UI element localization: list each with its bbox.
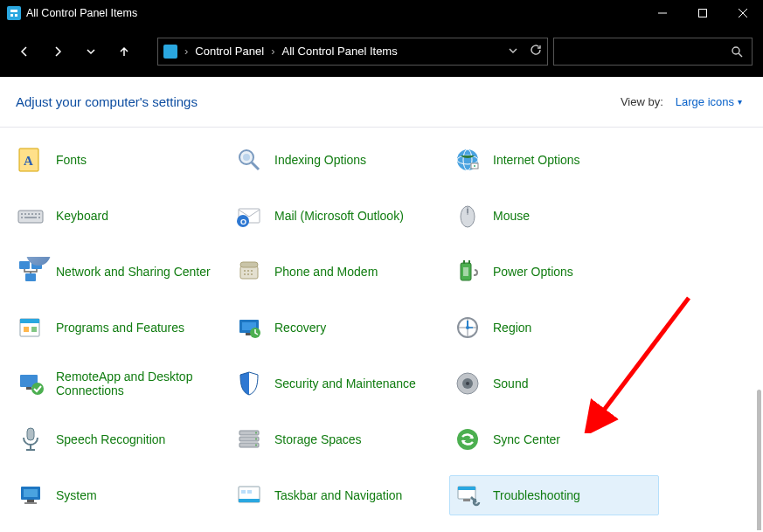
svg-rect-27 bbox=[21, 217, 23, 218]
svg-point-77 bbox=[255, 445, 257, 446]
control-panel-item-taskbar-and-navigation[interactable]: Taskbar and Navigation bbox=[231, 475, 440, 515]
svg-rect-86 bbox=[247, 490, 252, 494]
sound-icon bbox=[453, 369, 482, 398]
svg-rect-81 bbox=[27, 500, 34, 502]
back-button[interactable] bbox=[10, 38, 38, 66]
control-panel-item-indexing-options[interactable]: Indexing Options bbox=[231, 140, 440, 180]
svg-rect-25 bbox=[35, 213, 37, 215]
control-panel-icon bbox=[7, 6, 21, 20]
title-bar: All Control Panel Items bbox=[0, 0, 763, 26]
breadcrumb-all-items[interactable]: All Control Panel Items bbox=[281, 45, 397, 58]
svg-rect-40 bbox=[240, 262, 258, 267]
svg-point-42 bbox=[247, 270, 249, 272]
breadcrumb-separator: › bbox=[184, 45, 188, 58]
item-label: Keyboard bbox=[56, 209, 108, 223]
control-panel-item-storage-spaces[interactable]: Storage Spaces bbox=[231, 419, 440, 459]
svg-point-41 bbox=[244, 270, 246, 272]
item-label: RemoteApp and Desktop Connections bbox=[56, 370, 213, 397]
item-label: Network and Sharing Center bbox=[56, 265, 211, 279]
svg-rect-28 bbox=[24, 217, 37, 218]
indexing-icon bbox=[234, 145, 264, 175]
scrollbar-thumb[interactable] bbox=[757, 390, 761, 530]
svg-rect-89 bbox=[463, 499, 470, 501]
refresh-button[interactable] bbox=[530, 44, 542, 59]
svg-rect-54 bbox=[31, 327, 37, 332]
control-panel-item-security-and-maintenance[interactable]: Security and Maintenance bbox=[231, 363, 440, 404]
svg-rect-64 bbox=[26, 387, 31, 390]
control-panel-item-region[interactable]: Region bbox=[449, 307, 659, 348]
svg-rect-23 bbox=[28, 213, 30, 215]
recent-dropdown-button[interactable] bbox=[77, 38, 105, 66]
search-icon bbox=[731, 45, 743, 58]
view-by-label: View by: bbox=[621, 95, 663, 108]
control-panel-item-speech-recognition[interactable]: Speech Recognition bbox=[12, 419, 222, 459]
item-label: Fonts bbox=[56, 153, 87, 167]
view-by-select[interactable]: Large icons bbox=[670, 93, 747, 110]
recovery-icon bbox=[234, 313, 264, 342]
svg-point-14 bbox=[243, 154, 250, 161]
svg-line-9 bbox=[739, 53, 742, 57]
svg-rect-84 bbox=[239, 499, 260, 502]
phone-icon bbox=[234, 257, 264, 287]
breadcrumb-separator: › bbox=[271, 45, 274, 58]
svg-rect-69 bbox=[27, 428, 34, 440]
svg-point-43 bbox=[251, 270, 253, 272]
control-panel-item-programs-and-features[interactable]: Programs and Features bbox=[12, 307, 222, 348]
window-title: All Control Panel Items bbox=[26, 7, 137, 19]
control-panel-item-mail-microsoft-outlook[interactable]: O Mail (Microsoft Outlook) bbox=[231, 196, 440, 236]
system-icon bbox=[16, 480, 45, 510]
svg-point-19 bbox=[474, 165, 475, 167]
svg-rect-21 bbox=[21, 213, 23, 215]
fonts-icon: A bbox=[16, 145, 45, 175]
svg-text:O: O bbox=[240, 218, 246, 226]
control-panel-item-sync-center[interactable]: Sync Center bbox=[449, 419, 659, 459]
control-panel-item-fonts[interactable]: A Fonts bbox=[12, 140, 222, 180]
address-dropdown-button[interactable] bbox=[509, 45, 517, 58]
up-button[interactable] bbox=[110, 38, 138, 66]
control-panel-item-remoteapp-and-desktop-connections[interactable]: RemoteApp and Desktop Connections bbox=[12, 363, 222, 404]
troubleshooting-icon bbox=[453, 480, 482, 510]
navigation-bar: › Control Panel › All Control Panel Item… bbox=[0, 26, 763, 77]
svg-rect-29 bbox=[38, 217, 40, 218]
control-panel-item-power-options[interactable]: Power Options bbox=[449, 252, 659, 292]
item-label: Storage Spaces bbox=[274, 432, 362, 446]
breadcrumb-control-panel[interactable]: Control Panel bbox=[195, 45, 264, 58]
control-panel-item-keyboard[interactable]: Keyboard bbox=[12, 196, 222, 236]
forward-button[interactable] bbox=[44, 38, 72, 66]
control-panel-item-internet-options[interactable]: Internet Options bbox=[449, 140, 659, 180]
address-bar[interactable]: › Control Panel › All Control Panel Item… bbox=[157, 38, 548, 66]
svg-rect-82 bbox=[24, 502, 37, 504]
svg-point-45 bbox=[247, 273, 249, 275]
svg-rect-50 bbox=[463, 267, 468, 276]
control-panel-item-recovery[interactable]: Recovery bbox=[231, 307, 440, 348]
svg-rect-3 bbox=[15, 14, 17, 17]
svg-rect-2 bbox=[10, 14, 13, 17]
control-panel-item-sound[interactable]: Sound bbox=[449, 363, 659, 404]
control-panel-item-mouse[interactable]: Mouse bbox=[449, 196, 659, 236]
svg-rect-5 bbox=[699, 10, 707, 17]
search-box[interactable] bbox=[553, 38, 753, 66]
close-button[interactable] bbox=[723, 0, 763, 26]
sub-header: Adjust your computer's settings View by:… bbox=[0, 77, 763, 128]
minimize-button[interactable] bbox=[642, 0, 683, 26]
programs-icon bbox=[16, 313, 45, 342]
partial-item-above bbox=[26, 257, 52, 266]
speech-icon bbox=[16, 425, 45, 454]
security-icon bbox=[234, 369, 264, 398]
svg-point-78 bbox=[457, 429, 478, 450]
control-panel-item-troubleshooting[interactable]: Troubleshooting bbox=[449, 475, 659, 515]
item-label: Programs and Features bbox=[56, 321, 184, 335]
item-label: Sync Center bbox=[493, 432, 560, 446]
item-label: Internet Options bbox=[493, 153, 580, 167]
item-label: Mail (Microsoft Outlook) bbox=[274, 209, 404, 223]
svg-rect-26 bbox=[38, 213, 40, 215]
control-panel-item-phone-and-modem[interactable]: Phone and Modem bbox=[231, 252, 440, 292]
item-label: Security and Maintenance bbox=[274, 377, 416, 390]
control-panel-item-system[interactable]: System bbox=[12, 475, 222, 515]
maximize-button[interactable] bbox=[683, 0, 723, 26]
sync-icon bbox=[453, 425, 482, 454]
internet-icon bbox=[453, 145, 482, 175]
svg-rect-48 bbox=[463, 260, 465, 264]
svg-point-65 bbox=[31, 383, 44, 395]
page-heading: Adjust your computer's settings bbox=[16, 94, 198, 109]
